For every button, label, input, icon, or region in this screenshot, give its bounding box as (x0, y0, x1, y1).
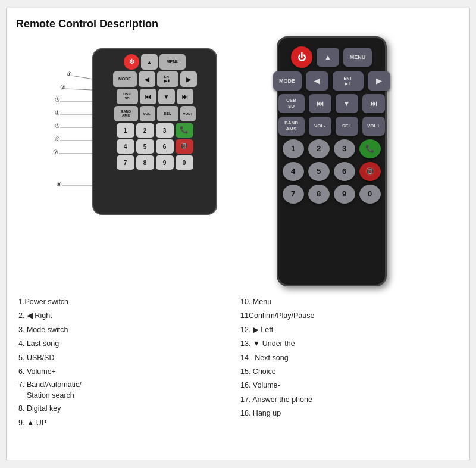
svg-line-0 (71, 76, 93, 79)
diag-9: 9 (156, 155, 174, 170)
diag-volminus: VOL- (140, 106, 155, 121)
rb-volplus: VOL+ (362, 117, 385, 136)
rb-2: 2 (308, 139, 330, 158)
rb-4: 4 (283, 162, 304, 181)
diag-right: ▶ (180, 71, 197, 87)
diag-6: 6 (156, 139, 174, 154)
rb-prev: ⏮ (309, 94, 331, 113)
diag-0: 0 (176, 155, 193, 170)
desc-1: 1.Power switch (18, 296, 236, 308)
diag-row-6: 4 5 6 📵 (117, 139, 193, 154)
rb-8: 8 (308, 185, 330, 204)
diag-prev: ⏮ (140, 89, 156, 104)
rb-9: 9 (334, 185, 355, 204)
diag-sel: SEL (157, 106, 178, 121)
rb-row-1: ⏻ ▲ MENU (291, 46, 372, 68)
descriptions: 1.Power switch 2. ◀ Right 3. Mode switch… (16, 296, 460, 429)
rb-0: 0 (359, 185, 381, 204)
diag-2: 2 (136, 123, 154, 138)
main-container: Remote Control Description ① ② ③ ④ ⑤ ⑥ ⑦… (6, 8, 470, 460)
page-title: Remote Control Description (16, 18, 460, 30)
diag-5: 5 (136, 139, 154, 154)
svg-line-1 (65, 89, 92, 90)
rb-ent: ENT▶⏸ (333, 71, 364, 91)
diag-usb: USBSD (117, 89, 138, 104)
diag-ent: ENT▶⏸ (157, 71, 178, 87)
diag-down: ▼ (158, 89, 175, 104)
rb-row-2: MODE ◀ ENT▶⏸ ▶ (273, 71, 390, 91)
rb-answer: 📞 (359, 139, 381, 158)
rb-row-4: BANDAMS VOL- SEL VOL+ (278, 117, 385, 136)
rb-mode: MODE (273, 71, 302, 91)
rb-volminus: VOL- (309, 117, 331, 136)
desc-11: 11Confirm/Play/Pause (240, 310, 458, 322)
diag-up: ▲ (141, 54, 158, 70)
desc-12: 12. ▶ Left (240, 324, 458, 336)
rb-6: 6 (334, 162, 355, 181)
diag-7: 7 (117, 155, 134, 170)
rb-power: ⏻ (291, 46, 312, 68)
desc-4: 4. Last song (18, 338, 236, 350)
diag-3: 3 (156, 123, 174, 138)
rb-left-arrow: ◀ (306, 71, 328, 91)
top-section: ① ② ③ ④ ⑤ ⑥ ⑦ ⑧ 9 10 11 12 13 14 15 16 1… (16, 36, 460, 286)
rb-right-arrow: ▶ (368, 71, 390, 91)
desc-6: 6. Volume+ (18, 366, 236, 378)
rb-7: 7 (283, 185, 304, 204)
diag-row-4: BANDAMS VOL- SEL VOL+ (114, 106, 196, 121)
diag-1: 1 (117, 123, 134, 138)
diag-volplus: VOL+ (180, 106, 196, 121)
diag-row-3: USBSD ⏮ ▼ ⏭ (117, 89, 193, 104)
rb-5: 5 (308, 162, 330, 181)
diag-row-5: 1 2 3 📞 (117, 123, 193, 138)
diag-band: BANDAMS (114, 106, 138, 121)
desc-5: 5. USB/SD (18, 352, 236, 364)
rb-usb: USBSD (278, 94, 305, 113)
diag-row-7: 7 8 9 0 (117, 155, 193, 170)
rb-row-7: 7 8 9 0 (283, 185, 381, 204)
rb-band: BANDAMS (278, 117, 305, 136)
rb-down-arrow: ▼ (336, 94, 358, 113)
rb-menu: MENU (343, 48, 372, 67)
diagram-section: ① ② ③ ④ ⑤ ⑥ ⑦ ⑧ 9 10 11 12 13 14 15 16 1… (16, 36, 266, 286)
desc-9: 9. ▲ UP (18, 417, 236, 429)
diagram-wrapper: ① ② ③ ④ ⑤ ⑥ ⑦ ⑧ 9 10 11 12 13 14 15 16 1… (28, 36, 254, 251)
desc-17: 17. Answer the phone (240, 394, 458, 406)
desc-16: 16. Volume- (240, 379, 458, 392)
desc-8: 8. Digital key (18, 403, 236, 415)
rb-row-6: 4 5 6 📵 (283, 162, 381, 181)
desc-2: 2. ◀ Right (18, 310, 236, 322)
remote-photo: ⏻ ▲ MENU MODE ◀ ENT▶⏸ ▶ USBSD ⏮ ▼ ⏭ (272, 36, 391, 286)
desc-18: 18. Hang up (240, 407, 458, 420)
rb-1: 1 (283, 139, 304, 158)
desc-13: 13. ▼ Under the (240, 338, 458, 350)
rb-3: 3 (334, 139, 355, 158)
diag-power: ⏻ (124, 54, 139, 70)
rb-row-3: USBSD ⏮ ▼ ⏭ (278, 94, 385, 113)
diag-left: ◀ (139, 71, 155, 87)
rb-next: ⏭ (362, 94, 385, 113)
diag-mode: MODE (113, 71, 137, 87)
rb-hangup: 📵 (359, 162, 381, 181)
diag-hangup: 📵 (176, 139, 193, 154)
rb-up: ▲ (317, 48, 339, 67)
desc-14: 14 . Next song (240, 352, 458, 364)
diag-row-1: ⏻ ▲ MENU (124, 54, 186, 70)
rb-sel: SEL (336, 117, 358, 136)
desc-col-right: 10. Menu 11Confirm/Play/Pause 12. ▶ Left… (238, 296, 460, 429)
desc-7: 7. Band/Automatic/ Station search (18, 379, 236, 401)
desc-10: 10. Menu (240, 296, 458, 308)
diag-menu: MENU (159, 54, 186, 70)
rb-row-5: 1 2 3 📞 (283, 139, 381, 158)
diag-answer: 📞 (176, 123, 193, 138)
diag-next: ⏭ (177, 89, 193, 104)
remote-diagram: ⏻ ▲ MENU MODE ◀ ENT▶⏸ ▶ USBSD ⏮ (92, 48, 217, 215)
diag-8: 8 (136, 155, 154, 170)
desc-3: 3. Mode switch (18, 324, 236, 336)
remote-body: ⏻ ▲ MENU MODE ◀ ENT▶⏸ ▶ USBSD ⏮ ▼ ⏭ (277, 36, 387, 286)
diag-row-2: MODE ◀ ENT▶⏸ ▶ (113, 71, 197, 87)
desc-15: 15. Choice (240, 366, 458, 378)
desc-col-left: 1.Power switch 2. ◀ Right 3. Mode switch… (16, 296, 238, 429)
diag-4: 4 (117, 139, 134, 154)
